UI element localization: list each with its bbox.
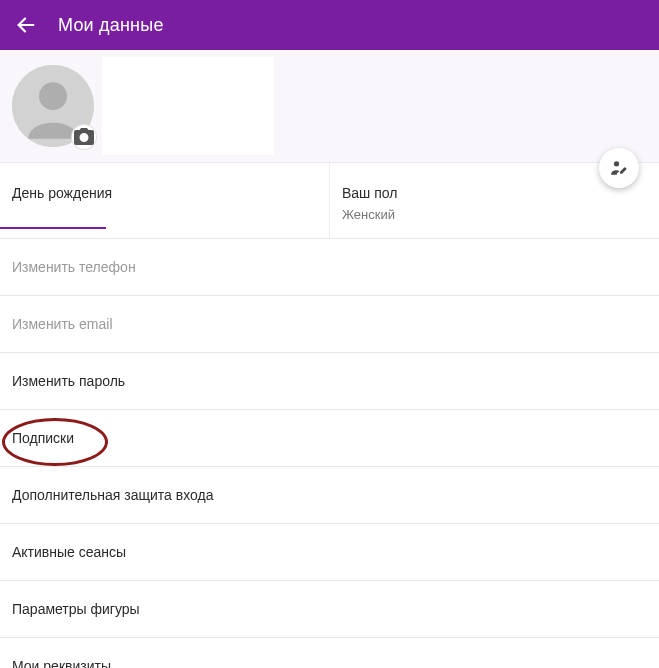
menu-change-phone[interactable]: Изменить телефон xyxy=(0,239,659,296)
gender-value: Женский xyxy=(342,207,647,222)
svg-point-2 xyxy=(39,82,67,110)
menu-active-sessions[interactable]: Активные сеансы xyxy=(0,524,659,581)
menu-subscriptions[interactable]: Подписки xyxy=(0,410,659,467)
arrow-left-icon xyxy=(15,14,37,36)
back-button[interactable] xyxy=(14,13,38,37)
menu-my-requisites[interactable]: Мои реквизиты xyxy=(0,638,659,668)
menu-extra-security[interactable]: Дополнительная защита входа xyxy=(0,467,659,524)
edit-profile-fab[interactable] xyxy=(599,148,639,188)
birthday-label: День рождения xyxy=(12,185,317,201)
svg-point-3 xyxy=(81,135,86,140)
person-edit-icon xyxy=(609,158,629,178)
gender-label: Ваш пол xyxy=(342,185,647,201)
app-bar: Мои данные xyxy=(0,0,659,50)
menu-change-password[interactable]: Изменить пароль xyxy=(0,353,659,410)
active-tab-indicator xyxy=(0,227,106,229)
avatar[interactable] xyxy=(12,65,94,147)
name-area xyxy=(102,57,274,155)
menu-change-email[interactable]: Изменить email xyxy=(0,296,659,353)
page-title: Мои данные xyxy=(58,15,164,36)
svg-point-4 xyxy=(614,161,619,166)
menu-figure-params[interactable]: Параметры фигуры xyxy=(0,581,659,638)
profile-header xyxy=(0,50,659,163)
change-photo-button[interactable] xyxy=(72,125,96,149)
camera-icon xyxy=(72,125,96,149)
